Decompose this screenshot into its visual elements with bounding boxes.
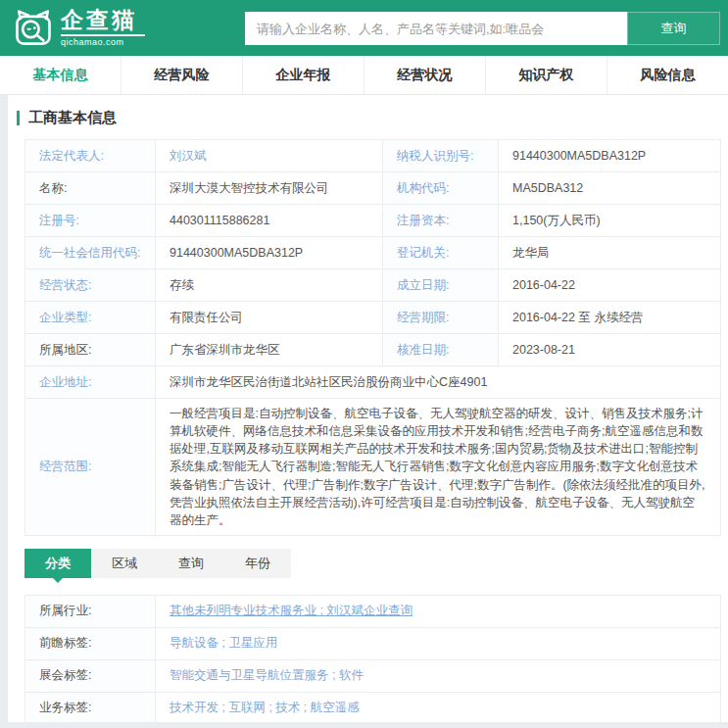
qianzhan-tags-links: 导航设备 ; 卫星应用 [156,627,721,659]
company-address-value: 深圳市龙华区民治街道北站社区民治股份商业中心C座4901 [156,366,721,399]
tab-intellectual-property[interactable]: 知识产权 [486,56,607,94]
legal-representative-link[interactable]: 刘汉斌 [170,149,207,163]
industry-links: 其他未列明专业技术服务业 ; 刘汉斌企业查询 [156,595,721,627]
qianzhan-tags-link[interactable]: 导航设备 [170,636,218,650]
brand-text: 企查猫 qichamao.com [61,9,145,47]
approval-date-value: 2023-08-21 [499,334,721,366]
subtab-category[interactable]: 分类 [24,549,91,578]
qichamao-logo[interactable]: 企查猫 qichamao.com [13,9,145,48]
cat-magnifier-icon [13,9,54,48]
company-name-value: 深圳大漠大智控技术有限公司 [156,172,383,205]
subtabs-row: 分类区域查询年份 [24,549,728,578]
exhibition-tags-link[interactable]: 软件 [339,668,364,682]
registered-capital-value: 1,150(万人民币) [499,205,721,237]
business-info-table: 法定代表人:刘汉斌纳税人识别号:91440300MA5DBA312P名称:深圳大… [24,139,721,536]
tab-operating-status[interactable]: 经营状况 [364,56,486,94]
operating-period-value: 2016-04-22 至 永续经营 [499,302,721,334]
business-tags-link[interactable]: 航空遥感 [311,701,360,714]
taxpayer-id-value: 91440300MA5DBA312P [499,140,721,172]
industry-link[interactable]: 其他未列明专业技术服务业 [170,604,316,617]
table-row: 经营范围:一般经营项目是:自动控制设备、航空电子设备、无人驾驶航空器的研发、设计… [25,399,721,536]
industry-link[interactable]: 刘汉斌企业查询 [326,604,413,617]
table-row: 注册号:440301115886281注册资本:1,150(万人民币) [25,205,721,237]
brand-domain: qichamao.com [61,34,145,47]
operating-state-value: 存续 [156,269,383,302]
region-value: 广东省深圳市龙华区 [156,334,383,366]
registration-authority-label: 登记机关: [383,237,499,269]
link-separator: ; [218,701,228,714]
table-row: 名称:深圳大漠大智控技术有限公司机构代码:MA5DBA312 [25,172,721,205]
search-input[interactable] [245,12,627,45]
subtab-year[interactable]: 年份 [224,549,291,578]
table-row: 统一社会信用代码:91440300MA5DBA312P登记机关:龙华局 [25,237,721,269]
main-content: 工商基本信息 法定代表人:刘汉斌纳税人识别号:91440300MA5DBA312… [8,95,728,722]
registration-number-value: 440301115886281 [156,205,383,237]
table-row: 所属地区:广东省深圳市龙华区核准日期:2023-08-21 [25,334,721,366]
table-row: 企业类型:有限责任公司经营期限:2016-04-22 至 永续经营 [25,302,721,334]
title-accent-bar [17,111,20,125]
header-search: 查询 [245,12,720,45]
tab-business-risk[interactable]: 经营风险 [121,56,243,94]
business-scope-value: 一般经营项目是:自动控制设备、航空电子设备、无人驾驶航空器的研发、设计、销售及技… [156,399,721,536]
industry-label: 所属行业: [25,595,156,627]
link-separator: ; [266,701,275,714]
subtab-region[interactable]: 区域 [91,549,158,578]
link-separator: ; [329,668,339,682]
exhibition-tags-links: 智能交通与卫星导航位置服务 ; 软件 [156,659,721,692]
table-row: 企业地址:深圳市龙华区民治街道北站社区民治股份商业中心C座4901 [25,366,721,399]
registration-authority-value: 龙华局 [499,237,721,269]
unified-social-credit-code-label: 统一社会信用代码: [25,237,156,269]
legal-representative-value: 刘汉斌 [156,140,383,172]
tab-annual-report[interactable]: 企业年报 [243,56,364,94]
business-tags-label: 业务标签: [25,692,156,722]
sub-tabs: 分类区域查询年份 [24,549,291,578]
link-separator: ; [316,604,326,617]
legal-representative-label: 法定代表人: [25,140,156,172]
operating-state-label: 经营状态: [25,269,156,302]
business-tags-links: 技术开发 ; 互联网 ; 技术 ; 航空遥感 [156,692,721,722]
company-type-value: 有限责任公司 [156,302,383,334]
link-separator: ; [218,636,228,650]
search-button[interactable]: 查询 [627,12,720,45]
table-row: 经营状态:存续成立日期:2016-04-22 [25,269,721,302]
approval-date-label: 核准日期: [383,334,499,366]
table-row: 业务标签:技术开发 ; 互联网 ; 技术 ; 航空遥感 [25,692,721,722]
business-scope-label: 经营范围: [25,399,156,536]
company-name-label: 名称: [25,172,156,205]
tags-table: 所属行业:其他未列明专业技术服务业 ; 刘汉斌企业查询前瞻标签:导航设备 ; 卫… [24,595,721,722]
subtab-query[interactable]: 查询 [158,549,224,578]
section-title: 工商基本信息 [17,109,728,127]
exhibition-tags-label: 展会标签: [25,659,156,692]
table-row: 法定代表人:刘汉斌纳税人识别号:91440300MA5DBA312P [25,140,721,172]
tab-risk-info[interactable]: 风险信息 [607,56,728,94]
nav-tabs: 基本信息经营风险企业年报经营状况知识产权风险信息 [0,56,728,95]
business-tags-link[interactable]: 技术开发 [170,701,218,714]
unified-social-credit-code-value: 91440300MA5DBA312P [156,237,383,269]
link-separator: ; [300,701,310,714]
region-label: 所属地区: [25,334,156,366]
qianzhan-tags-link[interactable]: 卫星应用 [228,636,277,650]
tab-basic-info[interactable]: 基本信息 [0,56,121,94]
qianzhan-tags-label: 前瞻标签: [25,627,156,659]
establish-date-label: 成立日期: [383,269,499,302]
table-row: 展会标签:智能交通与卫星导航位置服务 ; 软件 [25,659,721,692]
taxpayer-id-label: 纳税人识别号: [383,140,499,172]
page-header: 企查猫 qichamao.com 查询 [0,0,728,56]
business-tags-link[interactable]: 互联网 [228,701,266,714]
organization-code-label: 机构代码: [383,172,499,205]
registration-number-label: 注册号: [25,205,156,237]
table-row: 所属行业:其他未列明专业技术服务业 ; 刘汉斌企业查询 [25,595,721,627]
registered-capital-label: 注册资本: [383,205,499,237]
business-tags-link[interactable]: 技术 [275,701,300,714]
establish-date-value: 2016-04-22 [499,269,721,302]
organization-code-value: MA5DBA312 [499,172,721,205]
brand-name: 企查猫 [61,9,145,31]
exhibition-tags-link[interactable]: 智能交通与卫星导航位置服务 [170,668,329,682]
section-title-text: 工商基本信息 [28,109,117,127]
company-address-label: 企业地址: [25,366,156,399]
operating-period-label: 经营期限: [383,302,499,334]
table-row: 前瞻标签:导航设备 ; 卫星应用 [25,627,721,659]
company-type-label: 企业类型: [25,302,156,334]
